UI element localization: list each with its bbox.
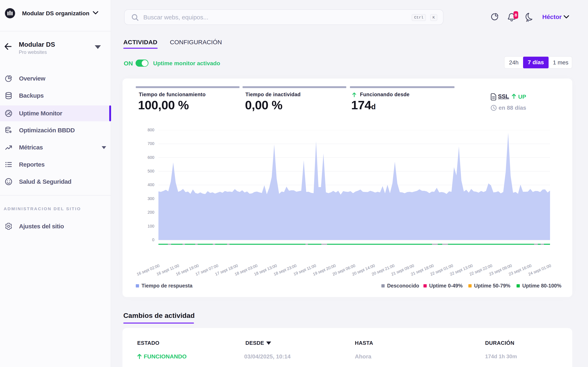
svg-text:A: A — [526, 18, 528, 22]
